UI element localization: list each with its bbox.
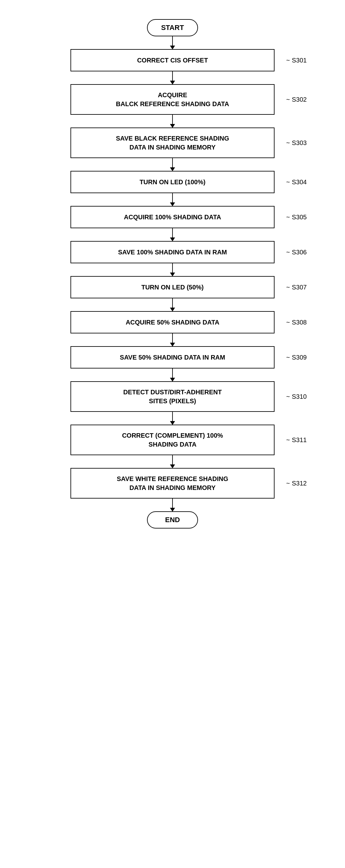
- step-S309-box: SAVE 50% SHADING DATA IN RAM: [70, 346, 275, 369]
- step-S310: DETECT DUST/DIRT-ADHERENTSITES (PIXELS) …: [6, 381, 339, 412]
- step-S302-box: ACQUIREBALCK REFERENCE SHADING DATA: [70, 84, 275, 115]
- step-S306-box: SAVE 100% SHADING DATA IN RAM: [70, 241, 275, 263]
- step-S307: TURN ON LED (50%) S307: [6, 276, 339, 298]
- step-S312-text: SAVE WHITE REFERENCE SHADINGDATA IN SHAD…: [117, 474, 228, 492]
- arrow-11: [172, 455, 173, 468]
- step-S308-box: ACQUIRE 50% SHADING DATA: [70, 311, 275, 334]
- step-S303-box: SAVE BLACK REFERENCE SHADINGDATA IN SHAD…: [70, 127, 275, 158]
- step-S311-label: S311: [286, 436, 307, 444]
- arrow-10: [172, 412, 173, 425]
- step-S310-box: DETECT DUST/DIRT-ADHERENTSITES (PIXELS): [70, 381, 275, 412]
- step-S309: SAVE 50% SHADING DATA IN RAM S309: [6, 346, 339, 369]
- step-S305-label: S305: [286, 214, 307, 221]
- arrow-0: [172, 36, 173, 49]
- step-S302-text: ACQUIREBALCK REFERENCE SHADING DATA: [116, 91, 229, 108]
- step-S312-label: S312: [286, 480, 307, 487]
- step-S308-label: S308: [286, 319, 307, 326]
- end-terminal: END: [6, 511, 339, 528]
- step-S301: CORRECT CIS OFFSET S301: [6, 49, 339, 71]
- step-S310-text: DETECT DUST/DIRT-ADHERENTSITES (PIXELS): [123, 388, 222, 405]
- arrow-8: [172, 334, 173, 346]
- step-S301-text: CORRECT CIS OFFSET: [137, 56, 208, 65]
- step-S311-box: CORRECT (COMPLEMENT) 100%SHADING DATA: [70, 425, 275, 455]
- start-terminal: START: [6, 19, 339, 36]
- arrow-1: [172, 71, 173, 84]
- step-S312: SAVE WHITE REFERENCE SHADINGDATA IN SHAD…: [6, 468, 339, 499]
- step-S301-label: S301: [286, 57, 307, 64]
- step-S305-text: ACQUIRE 100% SHADING DATA: [124, 213, 221, 221]
- step-S304-label: S304: [286, 179, 307, 186]
- step-S311: CORRECT (COMPLEMENT) 100%SHADING DATA S3…: [6, 425, 339, 455]
- arrow-6: [172, 263, 173, 276]
- step-S305: ACQUIRE 100% SHADING DATA S305: [6, 206, 339, 228]
- flowchart: START CORRECT CIS OFFSET S301 ACQUIREBAL…: [6, 6, 339, 868]
- step-S307-text: TURN ON LED (50%): [141, 283, 204, 292]
- step-S304: TURN ON LED (100%) S304: [6, 171, 339, 193]
- step-S306: SAVE 100% SHADING DATA IN RAM S306: [6, 241, 339, 263]
- arrow-12: [172, 499, 173, 511]
- step-S312-box: SAVE WHITE REFERENCE SHADINGDATA IN SHAD…: [70, 468, 275, 499]
- step-S302: ACQUIREBALCK REFERENCE SHADING DATA S302: [6, 84, 339, 115]
- arrow-5: [172, 228, 173, 241]
- step-S304-text: TURN ON LED (100%): [140, 178, 206, 186]
- step-S308-text: ACQUIRE 50% SHADING DATA: [126, 318, 219, 327]
- step-S303-text: SAVE BLACK REFERENCE SHADINGDATA IN SHAD…: [116, 134, 229, 152]
- step-S301-box: CORRECT CIS OFFSET: [70, 49, 275, 71]
- end-label: END: [147, 511, 198, 528]
- arrow-3: [172, 158, 173, 171]
- step-S303-label: S303: [286, 139, 307, 147]
- arrow-2: [172, 115, 173, 127]
- arrow-7: [172, 298, 173, 311]
- step-S302-label: S302: [286, 96, 307, 103]
- step-S309-label: S309: [286, 354, 307, 361]
- arrow-4: [172, 193, 173, 206]
- step-S308: ACQUIRE 50% SHADING DATA S308: [6, 311, 339, 334]
- step-S309-text: SAVE 50% SHADING DATA IN RAM: [120, 353, 225, 362]
- step-S307-box: TURN ON LED (50%): [70, 276, 275, 298]
- step-S306-text: SAVE 100% SHADING DATA IN RAM: [118, 248, 227, 257]
- start-label: START: [147, 19, 198, 36]
- step-S306-label: S306: [286, 249, 307, 256]
- arrow-9: [172, 369, 173, 381]
- step-S303: SAVE BLACK REFERENCE SHADINGDATA IN SHAD…: [6, 127, 339, 158]
- step-S307-label: S307: [286, 284, 307, 291]
- step-S305-box: ACQUIRE 100% SHADING DATA: [70, 206, 275, 228]
- step-S311-text: CORRECT (COMPLEMENT) 100%SHADING DATA: [122, 431, 223, 449]
- step-S310-label: S310: [286, 393, 307, 400]
- step-S304-box: TURN ON LED (100%): [70, 171, 275, 193]
